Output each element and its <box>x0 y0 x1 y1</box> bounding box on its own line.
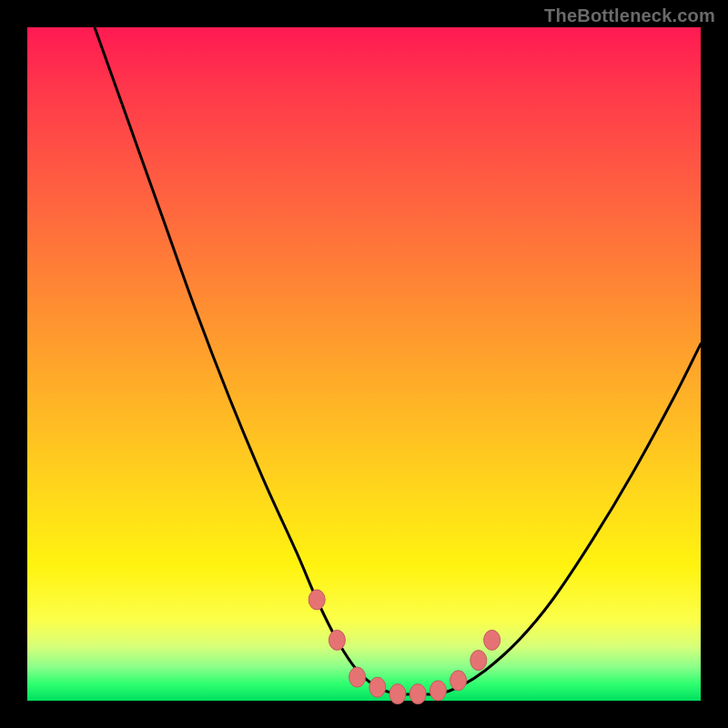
curve-marker <box>430 681 446 701</box>
curve-svg <box>27 27 701 701</box>
curve-marker <box>450 671 467 691</box>
plot-area <box>27 27 701 701</box>
curve-marker <box>470 651 487 671</box>
bottleneck-curve <box>95 27 701 694</box>
curve-marker <box>389 684 406 704</box>
curve-marker <box>329 630 345 650</box>
brand-watermark: TheBottleneck.com <box>544 5 715 26</box>
curve-marker <box>410 684 426 704</box>
chart-frame: TheBottleneck.com <box>0 0 728 728</box>
curve-marker <box>349 667 366 687</box>
marker-group <box>308 590 500 704</box>
curve-marker <box>369 677 386 697</box>
curve-marker <box>484 630 500 650</box>
curve-marker <box>308 590 325 610</box>
